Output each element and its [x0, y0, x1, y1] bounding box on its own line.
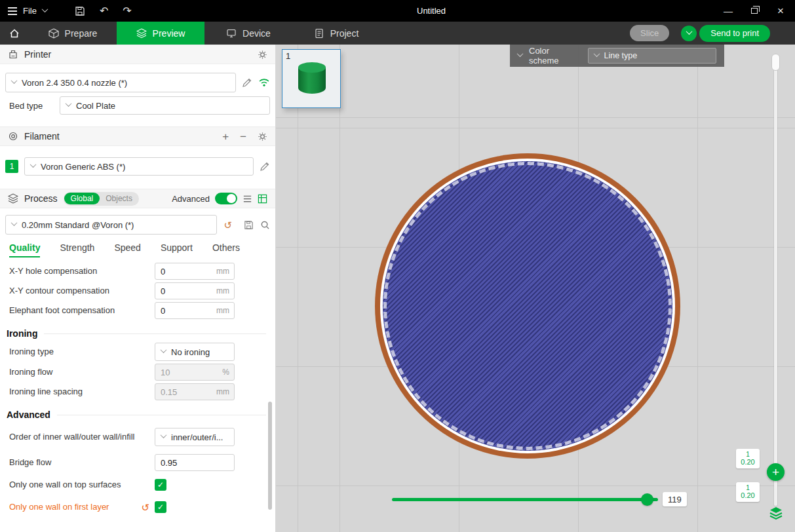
- bridge-flow-input[interactable]: [155, 458, 234, 468]
- file-menu[interactable]: File: [23, 6, 37, 16]
- search-icon[interactable]: [260, 220, 270, 230]
- send-to-print-button[interactable]: Send to print: [699, 25, 770, 42]
- reset-preset-icon[interactable]: ↺: [223, 220, 232, 230]
- first-layer-render: [375, 153, 680, 459]
- param-label: Ironing line spacing: [9, 387, 155, 397]
- param-row: Only one wall on first layer ↺ ✓: [0, 499, 275, 516]
- xy-contour-compensation-field: mm: [155, 282, 235, 299]
- ironing-section-title: Ironing: [0, 328, 275, 339]
- filament-preset-select[interactable]: Voron Generic ABS (*): [24, 157, 254, 176]
- objects-table-icon[interactable]: [258, 194, 267, 204]
- edit-printer-icon[interactable]: [242, 77, 252, 88]
- tab-support[interactable]: Support: [161, 242, 193, 257]
- bed-type-label: Bed type: [5, 101, 54, 111]
- filament-icon: [8, 131, 18, 142]
- chevron-down-icon[interactable]: [517, 50, 524, 57]
- tab-quality[interactable]: Quality: [9, 242, 40, 257]
- advanced-mode-toggle[interactable]: [215, 193, 237, 204]
- window-title: Untitled: [417, 0, 446, 22]
- xy-hole-compensation-input[interactable]: [155, 267, 214, 276]
- main-menu-icon[interactable]: [8, 7, 17, 15]
- file-menu-chevron-icon[interactable]: [42, 6, 48, 12]
- wifi-connection-icon[interactable]: [258, 78, 270, 87]
- restore-icon: [751, 8, 758, 14]
- param-label: Only one wall on top surfaces: [9, 480, 155, 490]
- tab-device[interactable]: Device: [204, 22, 292, 45]
- chevron-down-icon: [11, 219, 18, 226]
- save-preset-icon[interactable]: [244, 220, 254, 230]
- printer-settings-gear-icon[interactable]: [258, 50, 267, 60]
- ironing-flow-input: [155, 368, 220, 377]
- tab-prepare[interactable]: Prepare: [29, 22, 117, 45]
- preview-viewport[interactable]: 1 Color scheme Line type 119 1 0.20: [276, 45, 795, 532]
- move-slider-handle[interactable]: [641, 493, 653, 506]
- redo-icon[interactable]: ↷: [123, 6, 131, 16]
- filament-section-title: Filament: [24, 131, 60, 142]
- elephant-foot-compensation-input[interactable]: [155, 306, 214, 316]
- tab-speed[interactable]: Speed: [114, 242, 140, 257]
- scope-objects[interactable]: Objects: [100, 193, 138, 204]
- ironing-type-select[interactable]: No ironing: [155, 343, 235, 361]
- tab-preview[interactable]: Preview: [117, 22, 204, 45]
- titlebar: File ↶ ↷ Untitled — ×: [0, 0, 795, 22]
- sidebar-scrollbar[interactable]: [268, 402, 272, 510]
- send-options-button[interactable]: [681, 26, 697, 41]
- home-button[interactable]: [0, 22, 29, 45]
- infill-edge-notches: [383, 162, 672, 450]
- one-wall-top-wrap: ✓: [155, 479, 235, 491]
- device-icon: [226, 28, 237, 39]
- ironing-line-spacing-input: [155, 387, 214, 397]
- app-window: File ↶ ↷ Untitled — × Prepare Preview: [0, 0, 795, 532]
- param-label: Bridge flow: [9, 457, 155, 468]
- layer-badge-bottom: 1 0.20: [736, 482, 760, 502]
- color-scheme-label: Color scheme: [529, 46, 581, 66]
- process-section-header: Process Global Objects Advanced: [0, 189, 275, 208]
- param-label-modified: Only one wall on first layer: [9, 502, 141, 512]
- home-icon: [9, 28, 20, 39]
- one-wall-top-checkbox[interactable]: ✓: [155, 479, 166, 491]
- tab-project[interactable]: Project: [292, 22, 380, 45]
- edit-filament-icon[interactable]: [260, 161, 270, 172]
- layer-slider-track[interactable]: [774, 55, 777, 506]
- prepare-icon: [48, 28, 59, 39]
- plate-thumbnail[interactable]: 1: [282, 49, 341, 108]
- minimize-button[interactable]: —: [715, 0, 741, 22]
- layers-view-button[interactable]: [767, 504, 785, 522]
- process-scope-toggle[interactable]: Global Objects: [64, 192, 139, 206]
- param-label: X-Y contour compensation: [9, 286, 155, 296]
- process-preset-select[interactable]: 0.20mm Standard @Voron (*): [5, 215, 217, 235]
- one-wall-first-checkbox[interactable]: ✓: [155, 501, 166, 513]
- unit-label: mm: [214, 267, 234, 276]
- printer-preset-select[interactable]: Voron 2.4 350 0.4 nozzle (*): [5, 73, 236, 92]
- filament-settings-gear-icon[interactable]: [258, 132, 267, 142]
- printer-section-header: Printer: [0, 45, 275, 64]
- xy-contour-compensation-input[interactable]: [155, 286, 214, 296]
- param-label: Ironing type: [9, 347, 155, 357]
- slice-button[interactable]: Slice: [630, 25, 669, 41]
- reset-setting-icon[interactable]: ↺: [141, 503, 149, 512]
- parameter-list-icon[interactable]: [242, 194, 252, 204]
- add-layer-marker-button[interactable]: +: [767, 463, 785, 481]
- main-nav: Prepare Preview Device Project Slice Sen…: [0, 22, 795, 45]
- scope-global[interactable]: Global: [64, 193, 100, 204]
- wall-order-select[interactable]: inner/outer/i...: [155, 428, 235, 446]
- layers-icon: [768, 505, 784, 521]
- layer-slider-handle[interactable]: [771, 54, 780, 71]
- process-icon: [8, 193, 18, 204]
- bed-type-select[interactable]: Cool Plate: [60, 96, 270, 115]
- tab-others[interactable]: Others: [212, 242, 240, 257]
- maximize-button[interactable]: [741, 0, 767, 22]
- remove-filament-icon[interactable]: −: [240, 131, 246, 142]
- color-scheme-select[interactable]: Line type: [588, 48, 716, 64]
- chevron-down-icon: [161, 347, 167, 353]
- close-button[interactable]: ×: [767, 0, 794, 22]
- param-label: Order of inner wall/outer wall/infill: [9, 432, 155, 442]
- move-slider-track[interactable]: [392, 498, 658, 501]
- preview-icon: [136, 28, 147, 39]
- chevron-down-icon: [11, 77, 18, 84]
- tab-strength[interactable]: Strength: [60, 242, 94, 257]
- add-filament-icon[interactable]: +: [222, 131, 229, 142]
- param-row: Ironing line spacing mm: [0, 383, 275, 400]
- undo-icon[interactable]: ↶: [100, 6, 108, 16]
- save-icon[interactable]: [75, 6, 85, 16]
